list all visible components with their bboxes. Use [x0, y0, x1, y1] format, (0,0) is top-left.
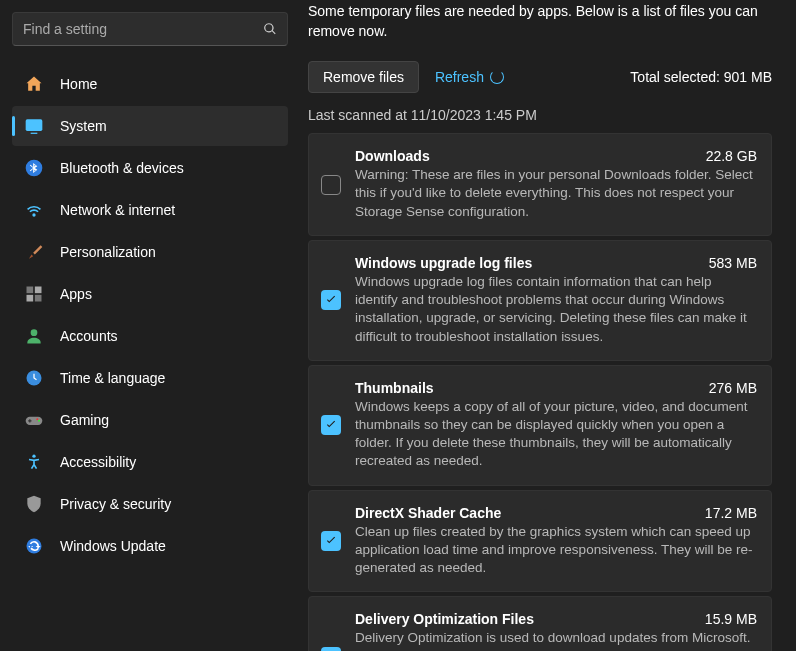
- svg-rect-3: [27, 287, 34, 294]
- file-header: Delivery Optimization Files15.9 MB: [355, 611, 757, 627]
- home-icon: [24, 74, 44, 94]
- file-card[interactable]: DirectX Shader Cache17.2 MBClean up file…: [308, 490, 772, 593]
- search-input[interactable]: [23, 21, 263, 37]
- file-body: Downloads22.8 GBWarning: These are files…: [355, 148, 757, 221]
- brush-icon: [24, 242, 44, 262]
- sidebar-item-label: Windows Update: [60, 538, 166, 554]
- sidebar-item-update[interactable]: Windows Update: [12, 526, 288, 566]
- file-description: Warning: These are files in your persona…: [355, 166, 757, 221]
- checkbox[interactable]: [321, 175, 341, 195]
- sidebar-item-privacy[interactable]: Privacy & security: [12, 484, 288, 524]
- file-name: Thumbnails: [355, 380, 434, 396]
- svg-rect-0: [26, 119, 43, 131]
- file-name: Windows upgrade log files: [355, 255, 532, 271]
- file-size: 17.2 MB: [705, 505, 757, 521]
- wifi-icon: [24, 200, 44, 220]
- file-card[interactable]: Thumbnails276 MBWindows keeps a copy of …: [308, 365, 772, 486]
- clock-icon: [24, 368, 44, 388]
- total-selected: Total selected: 901 MB: [630, 69, 772, 85]
- checkbox[interactable]: [321, 647, 341, 651]
- file-header: Windows upgrade log files583 MB: [355, 255, 757, 271]
- sidebar-item-label: Apps: [60, 286, 92, 302]
- sidebar-item-label: System: [60, 118, 107, 134]
- bluetooth-icon: [24, 158, 44, 178]
- file-size: 22.8 GB: [706, 148, 757, 164]
- settings-sidebar: Home System Bluetooth & devices Network …: [0, 0, 300, 651]
- svg-point-12: [32, 455, 35, 458]
- refresh-button[interactable]: Refresh: [435, 69, 504, 85]
- sidebar-item-time[interactable]: Time & language: [12, 358, 288, 398]
- file-list: Downloads22.8 GBWarning: These are files…: [308, 133, 772, 651]
- svg-rect-5: [27, 295, 34, 302]
- file-body: Windows upgrade log files583 MBWindows u…: [355, 255, 757, 346]
- file-description: Windows upgrade log files contain inform…: [355, 273, 757, 346]
- remove-files-button[interactable]: Remove files: [308, 61, 419, 93]
- file-body: DirectX Shader Cache17.2 MBClean up file…: [355, 505, 757, 578]
- checkbox[interactable]: [321, 290, 341, 310]
- sidebar-item-label: Personalization: [60, 244, 156, 260]
- file-name: Downloads: [355, 148, 430, 164]
- search-box[interactable]: [12, 12, 288, 46]
- file-card[interactable]: Downloads22.8 GBWarning: These are files…: [308, 133, 772, 236]
- file-body: Delivery Optimization Files15.9 MBDelive…: [355, 611, 757, 651]
- svg-rect-6: [35, 295, 42, 302]
- sidebar-item-gaming[interactable]: Gaming: [12, 400, 288, 440]
- update-icon: [24, 536, 44, 556]
- refresh-icon: [490, 70, 504, 84]
- checkbox[interactable]: [321, 531, 341, 551]
- svg-point-11: [38, 420, 40, 422]
- sidebar-item-apps[interactable]: Apps: [12, 274, 288, 314]
- apps-icon: [24, 284, 44, 304]
- sidebar-item-label: Accessibility: [60, 454, 136, 470]
- file-size: 583 MB: [709, 255, 757, 271]
- file-header: DirectX Shader Cache17.2 MB: [355, 505, 757, 521]
- file-description: Delivery Optimization is used to downloa…: [355, 629, 757, 651]
- sidebar-item-label: Home: [60, 76, 97, 92]
- sidebar-item-personalization[interactable]: Personalization: [12, 232, 288, 272]
- file-size: 276 MB: [709, 380, 757, 396]
- search-icon: [263, 22, 277, 36]
- file-header: Downloads22.8 GB: [355, 148, 757, 164]
- sidebar-item-label: Time & language: [60, 370, 165, 386]
- svg-rect-1: [31, 133, 38, 134]
- accessibility-icon: [24, 452, 44, 472]
- account-icon: [24, 326, 44, 346]
- file-name: DirectX Shader Cache: [355, 505, 501, 521]
- checkbox[interactable]: [321, 415, 341, 435]
- intro-text: Some temporary files are needed by apps.…: [308, 0, 772, 41]
- file-card[interactable]: Windows upgrade log files583 MBWindows u…: [308, 240, 772, 361]
- sidebar-item-accounts[interactable]: Accounts: [12, 316, 288, 356]
- shield-icon: [24, 494, 44, 514]
- main-content: Some temporary files are needed by apps.…: [300, 0, 796, 651]
- sidebar-item-label: Accounts: [60, 328, 118, 344]
- action-row: Remove files Refresh Total selected: 901…: [308, 61, 772, 93]
- file-description: Clean up files created by the graphics s…: [355, 523, 757, 578]
- svg-point-10: [36, 418, 38, 420]
- gamepad-icon: [24, 410, 44, 430]
- file-name: Delivery Optimization Files: [355, 611, 534, 627]
- sidebar-item-label: Privacy & security: [60, 496, 171, 512]
- sidebar-item-label: Network & internet: [60, 202, 175, 218]
- file-header: Thumbnails276 MB: [355, 380, 757, 396]
- sidebar-item-bluetooth[interactable]: Bluetooth & devices: [12, 148, 288, 188]
- sidebar-item-label: Gaming: [60, 412, 109, 428]
- file-body: Thumbnails276 MBWindows keeps a copy of …: [355, 380, 757, 471]
- refresh-label: Refresh: [435, 69, 484, 85]
- system-icon: [24, 116, 44, 136]
- svg-point-7: [31, 329, 38, 336]
- file-description: Windows keeps a copy of all of your pict…: [355, 398, 757, 471]
- sidebar-item-label: Bluetooth & devices: [60, 160, 184, 176]
- sidebar-item-home[interactable]: Home: [12, 64, 288, 104]
- sidebar-item-system[interactable]: System: [12, 106, 288, 146]
- last-scanned: Last scanned at 11/10/2023 1:45 PM: [308, 107, 772, 123]
- svg-rect-4: [35, 287, 42, 294]
- sidebar-item-accessibility[interactable]: Accessibility: [12, 442, 288, 482]
- file-size: 15.9 MB: [705, 611, 757, 627]
- sidebar-item-network[interactable]: Network & internet: [12, 190, 288, 230]
- file-card[interactable]: Delivery Optimization Files15.9 MBDelive…: [308, 596, 772, 651]
